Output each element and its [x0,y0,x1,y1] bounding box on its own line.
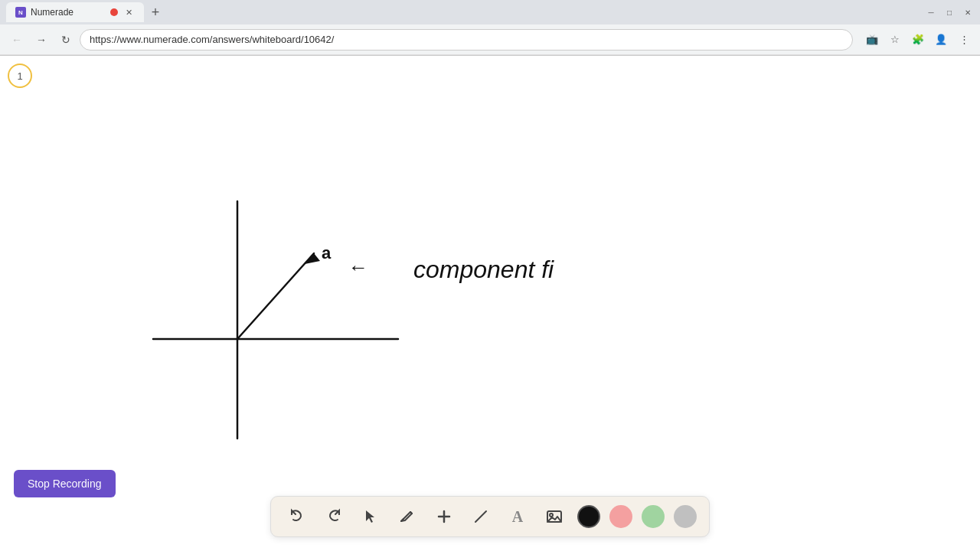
drawing-area: a ← component fi [0,56,980,551]
extensions-icon[interactable]: 🧩 [908,30,928,50]
browser-chrome: N Numerade ✕ + ─ □ ✕ ← → ↻ https://www.n… [0,0,980,56]
svg-text:component fi: component fi [413,256,554,283]
tab-title: Numerade [31,7,106,18]
color-gray[interactable] [674,505,697,528]
refresh-button[interactable]: ↻ [55,29,77,51]
tab-recording-dot [110,8,118,16]
profile-icon[interactable]: 👤 [931,30,951,50]
menu-icon[interactable]: ⋮ [954,30,974,50]
pencil-tool-button[interactable] [394,503,421,530]
image-tool-button[interactable] [541,503,568,530]
toolbar: A [270,496,710,537]
text-tool-button[interactable]: A [504,503,531,530]
undo-button[interactable] [283,503,311,530]
svg-marker-7 [366,510,374,523]
color-pink[interactable] [609,505,632,528]
url-text: https://www.numerade.com/answers/whitebo… [90,34,843,45]
select-tool-button[interactable] [357,503,384,530]
whiteboard: 1 a ← component fi Stop Recording [0,56,980,551]
back-button[interactable]: ← [6,29,28,51]
eraser-tool-button[interactable] [467,503,495,530]
svg-line-2 [237,253,314,339]
new-tab-button[interactable]: + [145,2,165,22]
color-black[interactable] [577,505,600,528]
svg-point-14 [550,514,553,517]
minimize-button[interactable]: ─ [925,6,937,18]
tab-area: N Numerade ✕ + [6,0,165,24]
svg-text:a: a [322,243,332,262]
add-tool-button[interactable] [430,503,458,530]
close-button[interactable]: ✕ [962,6,974,18]
forward-button[interactable]: → [31,29,52,51]
svg-text:←: ← [348,256,368,279]
window-controls: ─ □ ✕ [925,6,974,18]
svg-line-12 [475,511,486,522]
address-bar[interactable]: https://www.numerade.com/answers/whitebo… [80,29,853,51]
title-bar: N Numerade ✕ + ─ □ ✕ [0,0,980,24]
tab-close-button[interactable]: ✕ [122,6,135,18]
svg-line-9 [410,512,412,514]
nav-icons: 📺 ☆ 🧩 👤 ⋮ [862,30,974,50]
bookmark-icon[interactable]: ☆ [885,30,905,50]
redo-button[interactable] [320,503,348,530]
tab-favicon: N [15,7,26,18]
cast-icon[interactable]: 📺 [862,30,882,50]
nav-bar: ← → ↻ https://www.numerade.com/answers/w… [0,24,980,55]
stop-recording-button[interactable]: Stop Recording [14,470,116,497]
color-green[interactable] [642,505,665,528]
browser-tab[interactable]: N Numerade ✕ [6,2,144,22]
drawing-svg: a ← component fi [0,56,980,551]
maximize-button[interactable]: □ [943,6,956,18]
